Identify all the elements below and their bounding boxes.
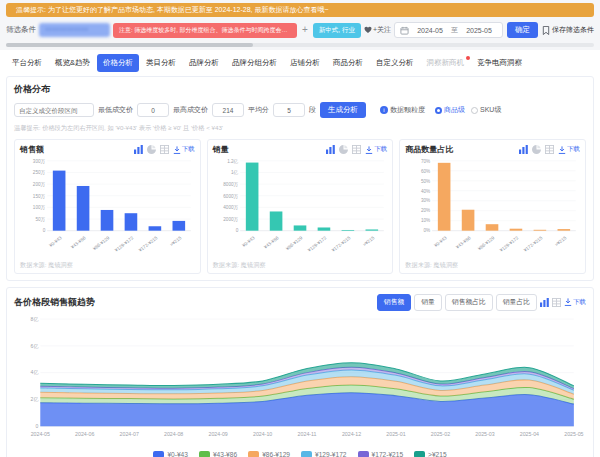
tab-brand[interactable]: 品牌分析 (183, 54, 225, 72)
granularity-label-wrap: i 数据颗粒度 (380, 105, 425, 115)
tab-label: 商品分析 (333, 58, 363, 67)
source-label: 数据来源: 魔镜洞察 (213, 261, 388, 270)
confirm-button[interactable]: 确定 (507, 22, 538, 38)
price-note: 温馨提示: 价格段为左闭右开区间, 如 '¥0-¥43' 表示 '价格 ≥ ¥0… (14, 124, 586, 133)
follow-button[interactable]: +关注 (364, 25, 391, 35)
download-button[interactable]: 下载 (365, 145, 387, 154)
legend-item-4[interactable]: ¥172-¥215 (358, 451, 404, 457)
trend-toggle-2[interactable]: 销售额占比 (445, 294, 493, 311)
keyword-pill[interactable]: ●●●●●●●●●●●● (39, 23, 110, 37)
legend-item-1[interactable]: ¥43-¥86 (199, 451, 237, 457)
calendar-icon (400, 26, 409, 35)
date-end-input[interactable] (461, 27, 497, 34)
legend-item-3[interactable]: ¥129-¥172 (301, 451, 347, 457)
sales-bar-chart[interactable]: 300万250万200万150万100万50万0¥0-¥43¥43-¥86¥86… (20, 155, 195, 260)
svg-text:2025-05: 2025-05 (564, 431, 583, 437)
legend-swatch (248, 451, 259, 457)
tab-shop[interactable]: 店铺分析 (284, 54, 326, 72)
date-range-picker[interactable]: 至 (394, 22, 503, 38)
download-label: 下载 (374, 145, 387, 154)
svg-text:0%: 0% (424, 228, 431, 233)
save-filter-label: 保存筛选条件 (552, 25, 594, 35)
follow-label: +关注 (373, 25, 391, 35)
bar-chart-icon[interactable] (519, 145, 528, 154)
bar-chart-icon[interactable] (134, 145, 143, 154)
svg-text:0: 0 (43, 228, 46, 233)
trend-area-chart[interactable]: 8亿6亿4亿2亿02024-052024-062024-072024-08202… (14, 313, 586, 450)
bar-chart-icon[interactable] (326, 145, 335, 154)
add-filter-button[interactable]: + (300, 25, 310, 35)
horizontal-scrollbar[interactable] (6, 43, 594, 47)
svg-text:2024-06: 2024-06 (75, 431, 94, 437)
tabs: 平台分析概览&趋势价格分析类目分析品牌分析品牌分组分析店铺分析商品分析自定义分析… (6, 54, 594, 72)
tab-brand-group[interactable]: 品牌分组分析 (226, 54, 283, 72)
tab-label: 类目分析 (146, 58, 176, 67)
min-price-input[interactable] (137, 103, 169, 117)
svg-text:>¥215: >¥215 (169, 235, 183, 247)
notification-dot (466, 56, 470, 60)
tab-label: 概览&趋势 (55, 58, 90, 67)
avg-split-input[interactable] (273, 103, 305, 117)
pie-chart-icon[interactable] (147, 145, 156, 154)
tab-overview-trend[interactable]: 概览&趋势 (49, 54, 96, 72)
trend-section: 各价格段销售额趋势 销售额销量销售额占比销量占比下载 8亿6亿4亿2亿02024… (6, 287, 594, 457)
svg-text:¥43-¥86: ¥43-¥86 (263, 235, 280, 250)
share-bar-chart[interactable]: 70%60%50%40%30%20%10%0%¥0-¥43¥43-¥86¥86-… (405, 155, 580, 260)
download-button[interactable]: 下载 (564, 298, 586, 307)
tab-custom[interactable]: 自定义分析 (370, 54, 420, 72)
tab-category[interactable]: 类目分析 (140, 54, 182, 72)
svg-text:20%: 20% (421, 208, 430, 213)
table-icon[interactable] (352, 145, 361, 154)
granularity-option-1[interactable]: SKU级 (471, 105, 501, 115)
trend-toggle-0[interactable]: 销售额 (377, 294, 411, 311)
svg-text:8亿: 8亿 (30, 316, 39, 322)
scrollbar-handle[interactable] (6, 43, 253, 47)
download-button[interactable]: 下载 (173, 145, 195, 154)
card-title: 销量 (213, 144, 229, 155)
tab-competitor[interactable]: 竞争电商洞察 (471, 54, 528, 72)
table-icon[interactable] (160, 145, 169, 154)
card-icons: 下载 (134, 145, 195, 154)
max-price-input[interactable] (212, 103, 244, 117)
trend-toggle-3[interactable]: 销量占比 (496, 294, 537, 311)
legend-item-5[interactable]: >¥215 (414, 451, 447, 457)
legend-item-0[interactable]: ¥0-¥43 (153, 451, 188, 457)
source-label: 数据来源: 魔镜洞察 (405, 261, 580, 270)
table-icon[interactable] (545, 145, 554, 154)
category-tag-pill[interactable]: 新中式, 行业 (313, 23, 361, 38)
pie-chart-icon[interactable] (532, 145, 541, 154)
tab-label: 价格分析 (103, 58, 133, 67)
tab-new-opportunity[interactable]: 洞察新商机 (421, 54, 471, 72)
svg-text:2025-01: 2025-01 (386, 431, 405, 437)
radio-label: 商品级 (444, 105, 465, 115)
tab-label: 竞争电商洞察 (477, 58, 522, 67)
card-icons: 下载 (519, 145, 580, 154)
volume-bar-chart[interactable]: 1.2亿1亿8000万6000万4000万2000万0¥0-¥43¥43-¥86… (213, 155, 388, 260)
granularity-option-0[interactable]: 商品级 (435, 105, 465, 115)
legend-label: ¥172-¥215 (372, 451, 404, 457)
svg-text:0: 0 (235, 228, 238, 233)
date-start-input[interactable] (412, 27, 448, 34)
svg-text:¥172-¥215: ¥172-¥215 (523, 235, 544, 253)
custom-range-input[interactable] (14, 103, 94, 117)
avg-split-unit: 段 (309, 105, 316, 115)
tab-platform[interactable]: 平台分析 (6, 54, 48, 72)
tab-price[interactable]: 价格分析 (97, 54, 139, 72)
bar-chart-icon[interactable] (540, 298, 549, 307)
svg-text:2024-07: 2024-07 (120, 431, 139, 437)
trend-title: 各价格段销售额趋势 (14, 296, 95, 309)
legend-item-2[interactable]: ¥86-¥129 (248, 451, 290, 457)
save-filter-button[interactable]: 保存筛选条件 (542, 25, 594, 35)
legend-label: ¥129-¥172 (315, 451, 347, 457)
svg-text:¥86-¥129: ¥86-¥129 (477, 235, 496, 251)
svg-text:>¥215: >¥215 (554, 235, 568, 247)
generate-analysis-button[interactable]: 生成分析 (320, 102, 366, 118)
download-button[interactable]: 下载 (558, 145, 580, 154)
trend-toggle-1[interactable]: 销量 (414, 294, 442, 311)
tab-product[interactable]: 商品分析 (327, 54, 369, 72)
pie-chart-icon[interactable] (339, 145, 348, 154)
tab-label: 洞察新商机 (427, 58, 465, 67)
max-price-label: 最高成交价 (173, 105, 208, 115)
table-icon[interactable] (552, 298, 561, 307)
legend-label: ¥43-¥86 (213, 451, 237, 457)
